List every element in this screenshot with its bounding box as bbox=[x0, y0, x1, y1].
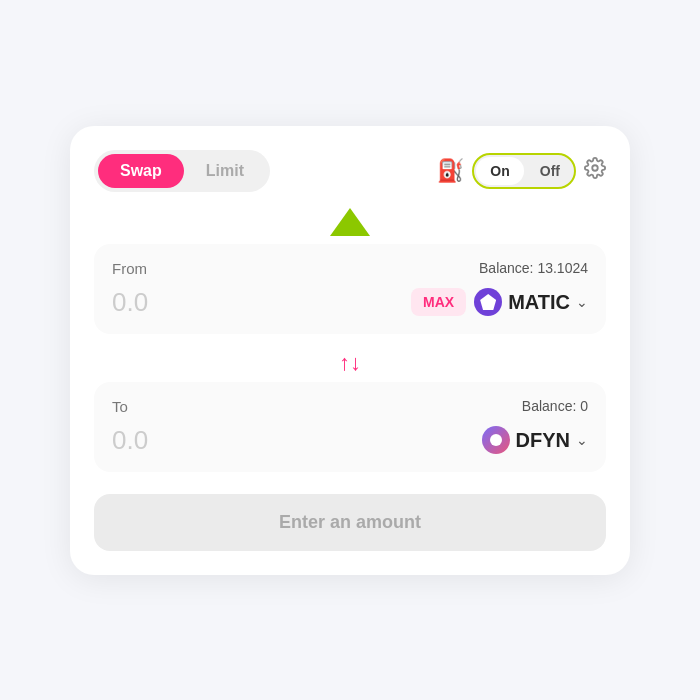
gear-icon bbox=[584, 157, 606, 179]
from-body: MAX MATIC ⌄ bbox=[112, 287, 588, 318]
to-section: To Balance: 0 DFYN ⌄ bbox=[94, 382, 606, 472]
from-header: From Balance: 13.1024 bbox=[112, 260, 588, 277]
on-button[interactable]: On bbox=[476, 157, 523, 185]
swap-card: Swap Limit ⛽ On Off From Balance: 13.102… bbox=[70, 126, 630, 575]
from-token-chevron: ⌄ bbox=[576, 294, 588, 310]
tab-limit[interactable]: Limit bbox=[184, 154, 266, 188]
dfyn-logo bbox=[482, 426, 510, 454]
swap-direction-row: ↑↓ bbox=[94, 344, 606, 382]
matic-inner bbox=[480, 294, 496, 310]
arrow-indicator bbox=[94, 208, 606, 236]
gas-icon: ⛽ bbox=[437, 158, 464, 184]
to-body: DFYN ⌄ bbox=[112, 425, 588, 456]
max-button[interactable]: MAX bbox=[411, 288, 466, 316]
matic-logo bbox=[474, 288, 502, 316]
off-button[interactable]: Off bbox=[526, 155, 574, 187]
swap-direction-button[interactable]: ↑↓ bbox=[339, 350, 361, 376]
from-token-name: MATIC bbox=[508, 291, 570, 314]
enter-amount-button[interactable]: Enter an amount bbox=[94, 494, 606, 551]
from-token-selector[interactable]: MATIC ⌄ bbox=[474, 288, 588, 316]
to-token-chevron: ⌄ bbox=[576, 432, 588, 448]
toolbar: Swap Limit ⛽ On Off bbox=[94, 150, 606, 192]
svg-point-0 bbox=[592, 165, 598, 171]
from-amount-input[interactable] bbox=[112, 287, 212, 318]
from-balance: Balance: 13.1024 bbox=[479, 260, 588, 277]
tab-swap[interactable]: Swap bbox=[98, 154, 184, 188]
toolbar-right: ⛽ On Off bbox=[437, 153, 606, 189]
arrow-up-icon bbox=[330, 208, 370, 236]
on-off-toggle: On Off bbox=[472, 153, 576, 189]
to-header: To Balance: 0 bbox=[112, 398, 588, 415]
from-section: From Balance: 13.1024 MAX MATIC ⌄ bbox=[94, 244, 606, 334]
to-token-name: DFYN bbox=[516, 429, 570, 452]
to-token-selector[interactable]: DFYN ⌄ bbox=[482, 426, 588, 454]
tab-group: Swap Limit bbox=[94, 150, 270, 192]
to-amount-input[interactable] bbox=[112, 425, 212, 456]
to-label: To bbox=[112, 398, 128, 415]
to-balance: Balance: 0 bbox=[522, 398, 588, 415]
to-token-group: DFYN ⌄ bbox=[482, 426, 588, 454]
from-label: From bbox=[112, 260, 147, 277]
settings-button[interactable] bbox=[584, 157, 606, 185]
from-token-group: MAX MATIC ⌄ bbox=[411, 288, 588, 316]
